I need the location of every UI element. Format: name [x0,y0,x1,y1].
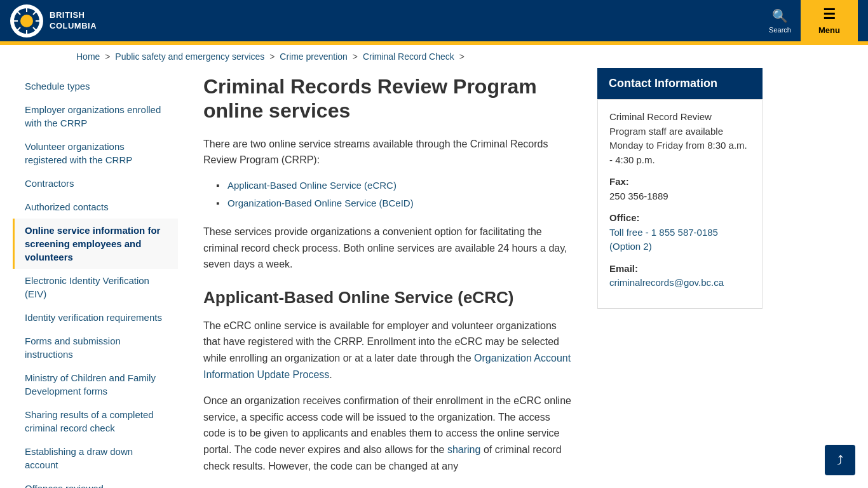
bceid-link[interactable]: Organization-Based Online Service (BCeID… [227,198,414,208]
sidebar-item-mcfd-forms[interactable]: Ministry of Children and Family Developm… [13,366,178,403]
sidebar-item-online-service[interactable]: Online service information for screening… [13,219,178,269]
header-logo: BRITISH COLUMBIA [10,4,97,37]
header-actions: 🔍 Search ☰ Menu [759,0,858,41]
search-button[interactable]: 🔍 Search [759,0,801,41]
contact-description: Criminal Record Review Program staff are… [609,110,750,167]
sidebar-item-identity-verification[interactable]: Identity verification requirements [13,306,178,329]
sidebar-item-draw-down[interactable]: Establishing a draw down account [13,440,178,477]
list-item: Applicant-Based Online Service (eCRC) [216,179,572,193]
contact-content: Criminal Record Review Program staff are… [597,99,763,309]
breadcrumb: Home > Public safety and emergency servi… [0,45,868,68]
sidebar-nav: Schedule types Employer organizations en… [13,74,178,488]
search-icon: 🔍 [772,8,788,24]
breadcrumb-separator: > [269,51,277,62]
contact-box-header: Contact Information [597,68,763,99]
ecrc-link[interactable]: Applicant-Based Online Service (eCRC) [227,180,397,191]
menu-label: Menu [818,25,840,35]
contact-email: Email: criminalrecords@gov.bc.ca [609,262,750,290]
fax-label: Fax: [609,176,629,187]
logo-text: BRITISH COLUMBIA [50,10,97,32]
section1-title: Applicant-Based Online Service (eCRC) [203,288,572,308]
section1-paragraph2: Once an organization receives confirmati… [203,393,572,474]
sidebar-item-schedule-types[interactable]: Schedule types [13,74,178,98]
sidebar-item-eiv[interactable]: Electronic Identity Verification (EIV) [13,269,178,306]
breadcrumb-crime-prevention[interactable]: Crime prevention [280,51,348,62]
sidebar-item-volunteer-orgs[interactable]: Volunteer organizations registered with … [13,135,178,172]
section1-paragraph1: The eCRC online service is available for… [203,318,572,383]
list-item: Organization-Based Online Service (BCeID… [216,196,572,211]
sidebar-item-sharing-results[interactable]: Sharing results of a completed criminal … [13,403,178,440]
sidebar: Schedule types Employer organizations en… [13,68,178,488]
breadcrumb-public-safety[interactable]: Public safety and emergency services [115,51,264,62]
sidebar-item-offences[interactable]: Offences reviewed [13,477,178,488]
breadcrumb-separator: > [353,51,360,62]
sidebar-item-contractors[interactable]: Contractors [13,172,178,195]
share-icon: ⤴ [837,453,843,468]
email-label: Email: [609,263,638,274]
bc-logo-icon [10,4,43,37]
site-header: BRITISH COLUMBIA 🔍 Search ☰ Menu [0,0,868,41]
page-container: Schedule types Employer organizations en… [0,68,868,488]
breadcrumb-home[interactable]: Home [76,51,100,62]
sidebar-item-authorized-contacts[interactable]: Authorized contacts [13,195,178,219]
main-content: Criminal Records Review Program online s… [191,68,585,488]
service-description: These services provide organizations a c… [203,224,572,273]
sharing-link[interactable]: sharing [447,444,480,455]
search-label: Search [769,26,791,34]
menu-button[interactable]: ☰ Menu [801,0,858,41]
service-links-list: Applicant-Based Online Service (eCRC) Or… [216,179,572,211]
share-button[interactable]: ⤴ [825,445,855,475]
breadcrumb-separator: > [105,51,112,62]
email-link[interactable]: criminalrecords@gov.bc.ca [609,277,724,288]
breadcrumb-criminal-record-check[interactable]: Criminal Record Check [363,51,454,62]
sidebar-item-employer-orgs[interactable]: Employer organizations enrolled with the… [13,98,178,135]
office-label: Office: [609,212,640,223]
menu-icon: ☰ [823,6,836,23]
contact-fax: Fax: 250 356-1889 [609,175,750,203]
contact-office: Office: Toll free - 1 855 587-0185 (Opti… [609,211,750,254]
fax-value: 250 356-1889 [609,191,668,201]
page-title: Criminal Records Review Program online s… [203,74,572,123]
svg-point-2 [20,15,33,27]
intro-paragraph: There are two online service streams ava… [203,136,572,168]
contact-box-title: Contact Information [609,77,717,90]
contact-sidebar: Contact Information Criminal Record Revi… [597,68,763,488]
breadcrumb-final-separator: > [459,51,465,62]
sidebar-item-forms-submission[interactable]: Forms and submission instructions [13,329,178,366]
office-phone-link[interactable]: Toll free - 1 855 587-0185 (Option 2) [609,227,718,252]
